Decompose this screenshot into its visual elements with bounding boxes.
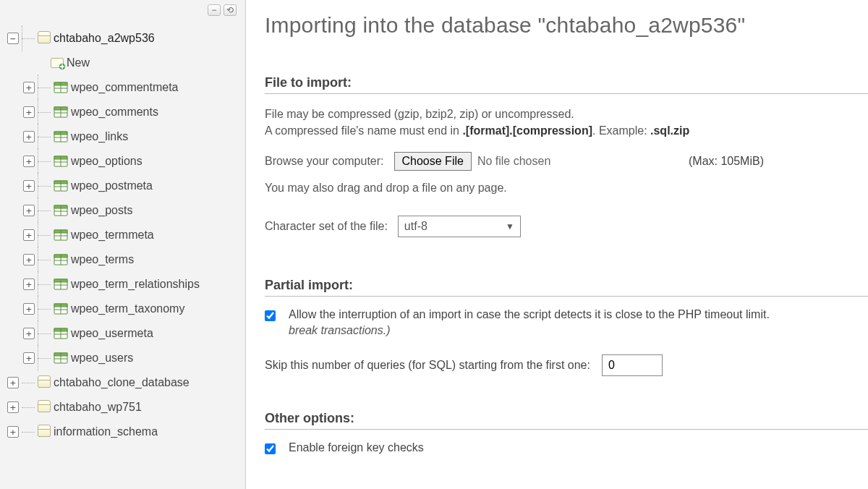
expander-plus-icon[interactable]: + [23,303,35,315]
tree-table-label: wpeo_options [71,155,142,168]
charset-row: Character set of the file: utf-8 ▼ [265,216,868,237]
table-icon [54,253,68,266]
page-title-text: Importing into the database [265,13,538,37]
tree-line-icon [38,131,51,143]
tree-line-icon [38,278,51,290]
table-icon [54,81,68,94]
expander-plus-icon[interactable]: + [7,401,19,413]
tree-line-icon [38,180,51,192]
page-title-dbname: "chtabaho_a2wp536" [538,13,746,37]
main-panel: Importing into the database "chtabaho_a2… [246,0,868,489]
tree-table-row[interactable]: +wpeo_postmeta [7,174,241,198]
tree-new-label: New [67,56,90,69]
expander-plus-icon[interactable]: + [23,328,35,339]
section-other-heading: Other options: [265,411,868,430]
file-format-bold: .[format].[compression] [462,124,592,137]
expander-plus-icon[interactable]: + [23,254,35,265]
allow-interrupt-tail: break transactions.) [289,324,770,337]
expander-plus-icon[interactable]: + [23,156,35,167]
table-icon [54,229,68,242]
tree-table-row[interactable]: +wpeo_termmeta [7,223,241,247]
tree-line-icon [38,106,51,118]
tree-db-selected[interactable]: − chtabaho_a2wp536 [7,26,241,51]
page-title: Importing into the database "chtabaho_a2… [265,13,868,38]
fk-checkbox[interactable] [265,443,276,454]
allow-interrupt-row: Allow the interruption of an import in c… [265,308,868,337]
allow-interrupt-checkbox[interactable] [265,310,276,321]
browse-row: Browse your computer: Choose File No fil… [265,152,868,171]
dragdrop-text: You may also drag and drop a file on any… [265,179,868,196]
choose-file-button[interactable]: Choose File [394,152,472,171]
expander-plus-icon[interactable]: + [23,205,35,216]
tree-db-row[interactable]: +chtabaho_wp751 [7,395,241,420]
charset-label: Character set of the file: [265,220,388,233]
charset-value: utf-8 [404,220,427,233]
expander-plus-icon[interactable]: + [7,377,19,388]
tree-db-row[interactable]: +chtabaho_clone_database [7,370,241,395]
tree-table-label: wpeo_term_relationships [71,278,200,291]
charset-select[interactable]: utf-8 ▼ [398,216,521,237]
tree-line-icon [38,254,51,265]
fk-row: Enable foreign key checks [265,441,868,454]
expander-plus-icon[interactable]: + [23,278,35,290]
tree-line-icon [38,328,51,339]
section-partial-heading: Partial import: [265,278,868,297]
tree-table-row[interactable]: +wpeo_links [7,124,241,149]
database-icon [38,378,51,388]
tree-table-row[interactable]: +wpeo_term_taxonomy [7,297,241,321]
tree-table-label: wpeo_term_taxonomy [71,302,184,315]
new-table-icon [51,58,64,68]
tree-table-label: wpeo_comments [71,106,158,119]
tree-table-label: wpeo_termmeta [71,229,154,242]
section-file-heading: File to import: [265,75,868,94]
fk-label: Enable foreign key checks [289,441,424,454]
tree-line-icon [22,377,35,388]
tree-table-label: wpeo_users [71,352,133,365]
expander-plus-icon[interactable]: + [23,131,35,143]
tree-table-row[interactable]: +wpeo_users [7,346,241,370]
tree-line-icon [38,82,51,93]
tree-db-label: information_schema [54,425,158,438]
expander-plus-icon[interactable]: + [23,180,35,192]
tree-table-label: wpeo_usermeta [71,327,153,340]
skip-label: Skip this number of queries (for SQL) st… [265,359,590,372]
skip-queries-row: Skip this number of queries (for SQL) st… [265,354,868,376]
tree-line-icon [38,156,51,167]
expander-minus-icon[interactable]: − [7,33,19,44]
table-icon [54,130,68,143]
tree-table-row[interactable]: +wpeo_options [7,149,241,174]
tree-line-icon [22,426,35,438]
tree-new-item[interactable]: New [7,51,241,75]
tree-table-row[interactable]: +wpeo_posts [7,198,241,223]
table-icon [54,179,68,192]
tree-line-icon [38,205,51,216]
expander-plus-icon[interactable]: + [7,426,19,438]
link-icon[interactable]: ⟲ [224,4,237,16]
tree-table-row[interactable]: +wpeo_comments [7,100,241,124]
tree-table-row[interactable]: +wpeo_commentmeta [7,75,241,100]
collapse-all-icon[interactable]: − [208,4,221,16]
tree-table-row[interactable]: +wpeo_terms [7,247,241,272]
table-icon [54,327,68,340]
table-icon [54,106,68,119]
tree-table-row[interactable]: +wpeo_term_relationships [7,272,241,297]
skip-input[interactable] [602,354,663,376]
tree-db-label: chtabaho_wp751 [54,401,142,414]
expander-plus-icon[interactable]: + [23,106,35,118]
database-tree: − chtabaho_a2wp536 New [7,26,241,444]
tree-line-icon [22,33,35,44]
table-icon [54,278,68,291]
browse-label: Browse your computer: [265,155,384,168]
tree-table-label: wpeo_terms [71,253,134,266]
tree-table-row[interactable]: +wpeo_usermeta [7,321,241,346]
expander-plus-icon[interactable]: + [23,352,35,364]
tree-table-label: wpeo_commentmeta [71,81,179,94]
expander-plus-icon[interactable]: + [23,82,35,93]
allow-interrupt-label: Allow the interruption of an import in c… [289,308,770,320]
expander-plus-icon[interactable]: + [23,229,35,241]
max-size-text: (Max: 105MiB) [689,155,764,168]
tree-db-row[interactable]: +information_schema [7,420,241,444]
database-icon [38,402,51,412]
tree-db-label: chtabaho_a2wp536 [54,32,155,45]
tree-line-icon [38,303,51,315]
